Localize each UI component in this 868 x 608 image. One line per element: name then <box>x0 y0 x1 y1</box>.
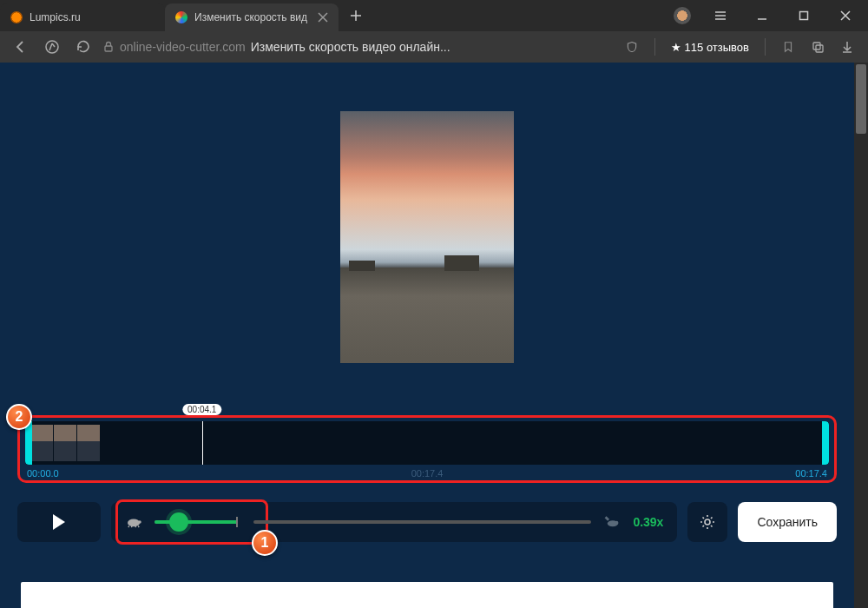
tab-inactive[interactable]: Lumpics.ru <box>0 3 165 31</box>
time-end: 00:17.4 <box>795 468 827 479</box>
maximize-button[interactable] <box>785 0 823 31</box>
play-icon <box>53 514 65 530</box>
turtle-icon <box>125 516 142 528</box>
video-preview-area <box>0 63 854 415</box>
svg-point-6 <box>138 520 141 524</box>
video-preview[interactable] <box>340 111 514 363</box>
speed-slider-slow[interactable] <box>155 520 238 524</box>
copy-icon[interactable] <box>806 35 830 59</box>
time-start: 00:00.0 <box>27 468 59 479</box>
tab-title: Lumpics.ru <box>30 11 155 23</box>
timeline-section: 2 00:04.1 00:00.0 00:17.4 00:17.4 <box>17 415 837 483</box>
window-titlebar: Lumpics.ru Изменить скорость вид <box>0 0 868 31</box>
svg-rect-4 <box>816 45 823 52</box>
reviews-text: 115 отзывов <box>685 41 749 54</box>
save-label: Сохранить <box>757 515 818 529</box>
speed-control-panel: 1 0.39x <box>111 502 677 542</box>
lock-icon <box>102 41 115 53</box>
trim-handle-right[interactable] <box>822 421 829 465</box>
bookmark-icon[interactable] <box>776 35 800 59</box>
tab-active[interactable]: Изменить скорость вид <box>165 3 339 31</box>
url-domain: online-video-cutter.com <box>120 40 246 54</box>
divider <box>765 38 766 56</box>
reviews-badge[interactable]: ★ 115 отзывов <box>666 41 754 54</box>
tab-strip: Lumpics.ru Изменить скорость вид <box>0 0 670 31</box>
url-field[interactable]: online-video-cutter.com Изменить скорост… <box>102 40 613 54</box>
speed-value: 0.39x <box>633 515 663 529</box>
url-page-title: Изменить скорость видео онлайн... <box>251 40 450 54</box>
content-panel-below <box>21 582 833 608</box>
gear-icon <box>699 513 716 531</box>
tab-title: Изменить скорость вид <box>194 11 311 23</box>
tab-favicon-icon <box>175 11 187 23</box>
close-icon[interactable] <box>318 12 328 23</box>
download-icon[interactable] <box>835 35 859 59</box>
minimize-button[interactable] <box>743 0 781 31</box>
vertical-scrollbar[interactable] <box>854 63 868 608</box>
annotation-badge-2: 2 <box>6 404 32 430</box>
annotation-badge-1: 1 <box>252 530 278 556</box>
editor: 2 00:04.1 00:00.0 00:17.4 00:17.4 <box>0 63 854 608</box>
svg-rect-0 <box>800 12 808 20</box>
play-button[interactable] <box>17 502 101 542</box>
shield-icon[interactable] <box>620 35 644 59</box>
yandex-icon[interactable] <box>40 35 64 59</box>
scroll-thumb[interactable] <box>856 64 866 134</box>
svg-rect-3 <box>813 43 820 50</box>
tab-favicon-icon <box>10 11 23 23</box>
close-button[interactable] <box>826 0 865 31</box>
slider-thumb[interactable] <box>169 512 188 532</box>
addressbar-actions <box>776 35 859 59</box>
rabbit-icon <box>603 516 621 528</box>
playhead-time-label: 00:04.1 <box>182 404 221 415</box>
menu-icon[interactable] <box>701 9 740 23</box>
time-middle: 00:17.4 <box>411 468 444 479</box>
divider <box>654 38 655 56</box>
svg-point-8 <box>615 521 618 525</box>
reload-button[interactable] <box>71 35 95 59</box>
save-button[interactable]: Сохранить <box>738 502 837 542</box>
timeline-track[interactable] <box>25 421 829 465</box>
timeline-thumbnails <box>30 425 100 461</box>
svg-rect-2 <box>105 46 112 51</box>
svg-point-5 <box>128 519 140 527</box>
new-tab-button[interactable] <box>344 3 368 28</box>
playhead[interactable] <box>202 421 203 465</box>
svg-point-1 <box>46 41 58 53</box>
page-content: 2 00:04.1 00:00.0 00:17.4 00:17.4 <box>0 63 868 608</box>
back-button[interactable] <box>9 35 33 59</box>
address-bar: online-video-cutter.com Изменить скорост… <box>0 31 868 63</box>
settings-button[interactable] <box>687 502 727 542</box>
speed-slider-fast[interactable] <box>253 520 591 524</box>
svg-point-9 <box>705 519 710 525</box>
timeline-times: 00:00.0 00:17.4 00:17.4 <box>25 468 829 479</box>
bottom-toolbar: 1 0.39x <box>17 502 837 542</box>
profile-avatar-icon[interactable] <box>674 7 691 24</box>
window-controls <box>670 0 868 31</box>
